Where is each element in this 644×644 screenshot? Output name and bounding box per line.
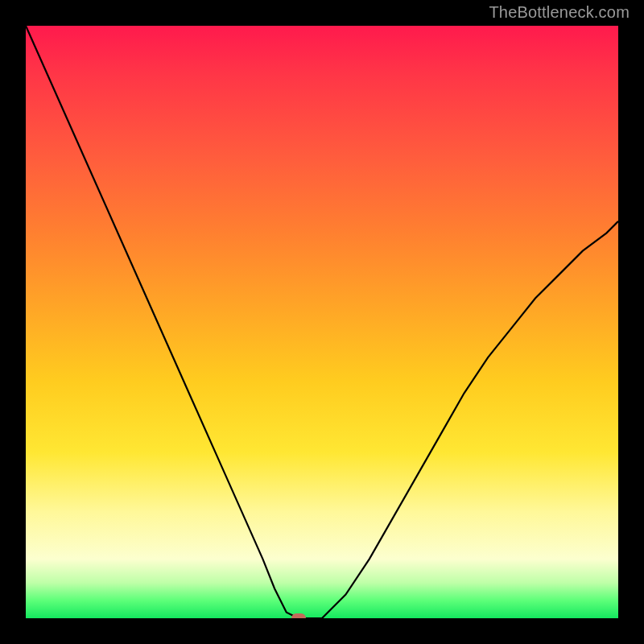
plot-area [26, 26, 618, 618]
optimum-marker [291, 613, 306, 618]
watermark-text: TheBottleneck.com [489, 3, 630, 22]
curve-svg [26, 26, 618, 618]
chart-frame: TheBottleneck.com [0, 0, 644, 644]
bottleneck-curve-path [26, 26, 618, 618]
